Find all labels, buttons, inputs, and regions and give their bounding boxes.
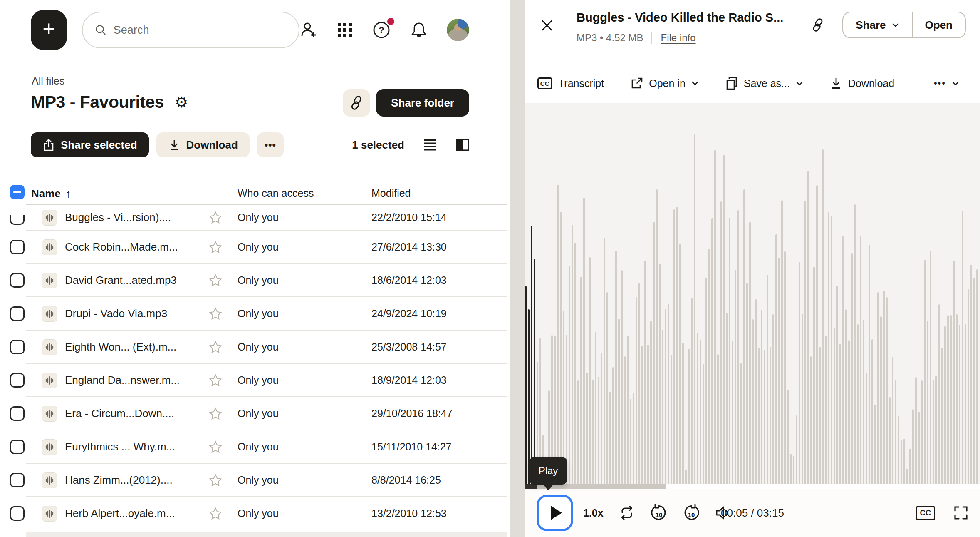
waveform-bar bbox=[901, 440, 902, 484]
waveform-bar bbox=[569, 266, 570, 484]
list-view-icon[interactable] bbox=[423, 139, 437, 151]
account-avatar[interactable] bbox=[447, 19, 469, 41]
table-row[interactable]: David Grant...ated.mp3 Only you 18/6/201… bbox=[0, 264, 507, 297]
star-icon[interactable] bbox=[209, 507, 222, 520]
waveform-bar bbox=[618, 319, 620, 484]
table-row[interactable]: Era - Circum...Down.... Only you 29/10/2… bbox=[0, 397, 507, 430]
preview-more-button[interactable]: ••• bbox=[934, 78, 959, 89]
transcript-button[interactable]: CC Transcript bbox=[537, 77, 604, 90]
breadcrumb[interactable]: All files bbox=[32, 75, 64, 87]
playback-speed-button[interactable]: 1.0x bbox=[583, 507, 604, 519]
file-access: Only you bbox=[238, 507, 279, 520]
star-icon[interactable] bbox=[209, 241, 222, 254]
captions-button[interactable]: CC bbox=[916, 506, 935, 520]
file-modified: 29/10/2016 18:47 bbox=[371, 408, 453, 420]
audio-file-icon bbox=[42, 339, 57, 355]
file-info-link[interactable]: File info bbox=[661, 32, 695, 44]
waveform-bar bbox=[810, 356, 812, 484]
column-header-name[interactable]: Name ↑ bbox=[31, 187, 71, 200]
panel-divider[interactable] bbox=[510, 0, 525, 537]
open-button[interactable]: Open bbox=[913, 12, 965, 37]
waveform-bar bbox=[688, 349, 690, 484]
star-icon[interactable] bbox=[209, 474, 222, 487]
fullscreen-icon[interactable] bbox=[953, 505, 968, 520]
folder-settings-gear-icon[interactable]: ⚙ bbox=[175, 95, 188, 110]
copy-link-icon[interactable] bbox=[811, 18, 825, 32]
row-checkbox[interactable] bbox=[10, 506, 25, 521]
star-icon[interactable] bbox=[209, 374, 222, 387]
plus-icon: + bbox=[42, 16, 55, 41]
star-icon[interactable] bbox=[209, 341, 222, 353]
waveform[interactable] bbox=[525, 103, 980, 484]
row-checkbox[interactable] bbox=[10, 210, 25, 225]
table-row[interactable]: Eurythmics ... Why.m... Only you 15/11/2… bbox=[0, 430, 507, 464]
split-view-icon[interactable] bbox=[456, 139, 469, 151]
waveform-bar bbox=[723, 155, 725, 484]
table-row[interactable]: Eighth Won... (Ext).m... Only you 25/3/2… bbox=[0, 331, 507, 364]
star-icon[interactable] bbox=[209, 274, 222, 287]
row-checkbox[interactable] bbox=[10, 240, 25, 254]
close-preview-button[interactable] bbox=[537, 16, 557, 35]
share-folder-button[interactable]: Share folder bbox=[376, 89, 469, 117]
star-icon[interactable] bbox=[209, 407, 222, 420]
external-link-icon bbox=[631, 77, 643, 90]
waveform-bar bbox=[781, 200, 783, 484]
waveform-bar bbox=[752, 319, 754, 484]
download-button[interactable]: Download bbox=[156, 132, 250, 157]
row-checkbox[interactable] bbox=[10, 340, 25, 354]
play-button[interactable] bbox=[537, 495, 573, 531]
search-bar[interactable] bbox=[82, 12, 299, 48]
waveform-bar bbox=[598, 377, 599, 484]
share-selected-button[interactable]: Share selected bbox=[31, 132, 149, 157]
open-in-button[interactable]: Open in bbox=[631, 77, 699, 90]
forward-10-icon[interactable]: 10 bbox=[683, 504, 700, 522]
waveform-bar bbox=[903, 439, 905, 484]
waveform-bar bbox=[740, 363, 742, 484]
waveform-bar bbox=[761, 310, 762, 484]
rewind-10-icon[interactable]: 10 bbox=[650, 504, 668, 522]
meta-divider bbox=[651, 32, 652, 44]
row-checkbox[interactable] bbox=[10, 273, 25, 288]
search-input[interactable] bbox=[114, 24, 287, 37]
more-actions-button[interactable]: ••• bbox=[257, 132, 284, 157]
help-icon[interactable]: ? bbox=[372, 20, 391, 40]
notifications-bell-icon[interactable] bbox=[410, 21, 428, 39]
apps-grid-icon[interactable] bbox=[337, 22, 353, 38]
waveform-bar bbox=[662, 330, 663, 484]
waveform-bar bbox=[895, 380, 896, 484]
row-checkbox[interactable] bbox=[10, 306, 25, 321]
table-row[interactable]: Hans Zimm...(2012).... Only you 8/8/2014… bbox=[0, 464, 507, 497]
waveform-bar bbox=[572, 225, 573, 484]
star-icon[interactable] bbox=[209, 307, 222, 320]
file-browser-panel: + ? All files MP3 - Favourites bbox=[0, 0, 510, 537]
table-row[interactable]: Herb Alpert...oyale.m... Only you 13/2/2… bbox=[0, 497, 507, 530]
table-row[interactable]: Buggles - Vi...rsion).... Only you 22/2/… bbox=[0, 205, 507, 231]
waveform-bar bbox=[866, 373, 867, 484]
waveform-bar bbox=[772, 314, 774, 484]
loop-icon[interactable] bbox=[619, 505, 635, 521]
row-checkbox[interactable] bbox=[10, 473, 25, 487]
star-icon[interactable] bbox=[209, 440, 222, 453]
save-as-button[interactable]: Save as... bbox=[725, 77, 803, 90]
add-person-icon[interactable] bbox=[299, 21, 318, 39]
waveform-bar bbox=[898, 416, 899, 484]
create-button[interactable]: + bbox=[31, 10, 67, 50]
column-header-modified[interactable]: Modified bbox=[371, 187, 411, 199]
table-row[interactable]: England Da...nswer.m... Only you 18/9/20… bbox=[0, 364, 507, 397]
copy-link-button[interactable] bbox=[343, 89, 370, 117]
download-icon bbox=[830, 77, 842, 90]
table-row[interactable]: Drupi - Vado Via.mp3 Only you 24/9/2024 … bbox=[0, 297, 507, 331]
row-checkbox[interactable] bbox=[10, 406, 25, 421]
table-row[interactable]: Cock Robin...Made.m... Only you 27/6/201… bbox=[0, 231, 507, 264]
waveform-bar bbox=[630, 399, 631, 484]
share-dropdown-button[interactable]: Share bbox=[843, 12, 911, 37]
waveform-bar bbox=[691, 298, 693, 484]
audio-file-icon bbox=[42, 472, 57, 488]
waveform-bar bbox=[854, 204, 856, 484]
column-header-access[interactable]: Who can access bbox=[238, 187, 314, 199]
select-all-checkbox[interactable] bbox=[10, 185, 25, 199]
download-file-button[interactable]: Download bbox=[830, 77, 894, 90]
row-checkbox[interactable] bbox=[10, 440, 25, 454]
star-icon[interactable] bbox=[209, 211, 222, 224]
row-checkbox[interactable] bbox=[10, 373, 25, 388]
